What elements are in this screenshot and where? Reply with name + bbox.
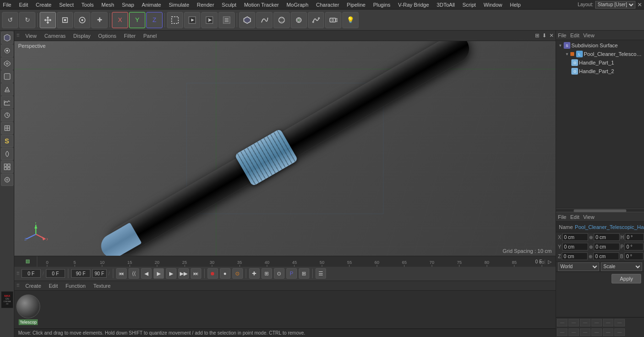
menu-3dtoall[interactable]: 3DToAll	[436, 2, 456, 8]
attr-icon-12[interactable]: —	[614, 328, 625, 336]
polygon-object-button[interactable]	[239, 12, 255, 28]
menu-create[interactable]: Create	[35, 2, 53, 8]
axis-y-button[interactable]: Y	[129, 12, 145, 28]
coord-y-pos[interactable]	[562, 243, 588, 250]
world-dropdown[interactable]: World Object	[558, 262, 599, 271]
timeline-options-2[interactable]: ⊞	[262, 268, 272, 279]
menu-mograph[interactable]: MoGraph	[285, 2, 309, 8]
menu-motion-tracker[interactable]: Motion Tracker	[243, 2, 280, 8]
next-frame-button[interactable]: ▶	[166, 268, 176, 279]
coord-p-val[interactable]	[624, 243, 644, 250]
undo-button[interactable]: ↺	[2, 12, 18, 28]
obj-item-subdivision[interactable]: ▼ S Subdivision Surface	[556, 41, 644, 50]
timeline-options-5[interactable]: ⊞	[299, 268, 309, 279]
attr-icon-8[interactable]: —	[568, 328, 579, 336]
auto-key-button[interactable]: ●	[220, 268, 230, 279]
attr-icon-7[interactable]: —	[557, 328, 568, 336]
menu-sculpt[interactable]: Sculpt	[221, 2, 238, 8]
timeline-options-6[interactable]: ☰	[316, 268, 326, 279]
viewport-tab-panel[interactable]: Panel	[142, 33, 159, 39]
sidebar-btn-11[interactable]	[1, 174, 13, 186]
nurbs-button[interactable]	[273, 12, 290, 28]
viewport-3d[interactable]: Perspective Grid Spacing : 10 cm X Y	[14, 41, 556, 256]
viewport-close-icon[interactable]: ✕	[549, 33, 554, 39]
menu-plugins[interactable]: Plugins	[372, 2, 391, 8]
timeline-options-1[interactable]: ✚	[249, 268, 260, 279]
render-region-button[interactable]	[167, 12, 183, 28]
viewport-tab-display[interactable]: Display	[71, 33, 92, 39]
attr-icon-6[interactable]: —	[614, 319, 625, 326]
current-frame-input[interactable]	[22, 269, 41, 278]
record-button[interactable]: ⏺	[207, 268, 218, 279]
generator-button[interactable]	[291, 12, 307, 28]
attr-icon-2[interactable]: —	[568, 319, 579, 326]
go-to-start-button[interactable]: ⏮	[116, 268, 127, 279]
sidebar-btn-2[interactable]	[1, 44, 13, 57]
menu-snap[interactable]: Snap	[121, 2, 135, 8]
coord-h-val[interactable]	[625, 233, 644, 241]
material-tab-texture[interactable]: Texture	[91, 283, 112, 289]
viewport-minimize-icon[interactable]: ⬇	[542, 33, 546, 39]
layout-dropdown[interactable]: Startup [User]	[595, 1, 635, 9]
obj-expand-pool-cleaner[interactable]: ▼	[565, 52, 569, 56]
rotate-tool-button[interactable]	[74, 12, 90, 28]
sidebar-btn-9[interactable]	[1, 148, 13, 160]
end-frame-field[interactable]	[71, 269, 90, 278]
menu-simulate[interactable]: Simulate	[168, 2, 190, 8]
attr-icon-10[interactable]: —	[591, 328, 602, 336]
obj-item-handle-1[interactable]: ⊙ Handle_Part_1	[556, 58, 644, 67]
attr-icon-9[interactable]: —	[580, 328, 590, 336]
sidebar-btn-1[interactable]	[1, 32, 13, 44]
menu-file[interactable]: File	[2, 2, 12, 8]
menu-script[interactable]: Script	[461, 2, 477, 8]
attr-icon-3[interactable]: —	[580, 319, 590, 326]
menu-animate[interactable]: Animate	[141, 2, 162, 8]
sidebar-btn-10[interactable]	[1, 161, 13, 173]
material-tab-create[interactable]: Create	[23, 283, 43, 289]
viewport-tab-filter[interactable]: Filter	[122, 33, 137, 39]
menu-help[interactable]: Help	[509, 2, 522, 8]
obj-menu-file[interactable]: File	[558, 33, 567, 38]
obj-item-pool-cleaner[interactable]: ▼ L Pool_Cleaner_Telescopic_Handle	[556, 50, 644, 58]
attr-menu-view[interactable]: View	[583, 214, 595, 220]
scale-tool-button[interactable]	[57, 12, 73, 28]
menu-edit[interactable]: Edit	[18, 2, 29, 8]
menu-character[interactable]: Character	[315, 2, 340, 8]
render-picture-viewer-button[interactable]	[184, 12, 200, 28]
apply-button[interactable]: Apply	[611, 274, 641, 283]
attr-icon-1[interactable]: —	[557, 319, 568, 326]
play-button[interactable]: ▶	[153, 268, 164, 279]
render-settings-button[interactable]	[218, 12, 235, 28]
sidebar-btn-5[interactable]	[1, 83, 13, 96]
deformer-button[interactable]	[308, 12, 324, 28]
coord-x-pos2[interactable]	[594, 233, 620, 241]
prev-frame-button[interactable]: ◀	[141, 268, 152, 279]
timeline-options-4[interactable]: P	[286, 268, 297, 279]
move-tool-button[interactable]	[40, 12, 56, 28]
viewport-tab-view[interactable]: View	[23, 33, 39, 39]
viewport-tab-options[interactable]: Options	[96, 33, 118, 39]
obj-scrollbar-thumb[interactable]	[574, 209, 626, 212]
obj-item-handle-2[interactable]: ⊙ Handle_Part_2	[556, 67, 644, 76]
coord-y-pos2[interactable]	[594, 243, 620, 250]
obj-menu-edit[interactable]: Edit	[570, 33, 579, 38]
sidebar-btn-6[interactable]	[1, 96, 13, 109]
coord-x-pos[interactable]	[562, 233, 588, 241]
sidebar-btn-3[interactable]	[1, 57, 13, 70]
coord-z-pos[interactable]	[562, 252, 588, 260]
obj-expand-subdivision[interactable]: ▼	[558, 43, 563, 48]
timeline-options-3[interactable]: ⊙	[274, 268, 284, 279]
redo-button[interactable]: ↻	[19, 12, 35, 28]
attr-icon-11[interactable]: —	[603, 328, 613, 336]
camera-button[interactable]	[325, 12, 341, 28]
scale-dropdown[interactable]: Scale	[601, 262, 642, 271]
render-button[interactable]	[201, 12, 218, 28]
layout-close-icon[interactable]: ✕	[637, 1, 642, 8]
step-forward-button[interactable]: ▶▶	[178, 268, 189, 279]
menu-vray-bridge[interactable]: V-Ray Bridge	[397, 2, 430, 8]
menu-window[interactable]: Window	[482, 2, 503, 8]
menu-render[interactable]: Render	[196, 2, 215, 8]
sidebar-btn-8[interactable]	[1, 122, 13, 134]
attr-icon-5[interactable]: —	[603, 319, 613, 326]
obj-scrollbar-h[interactable]	[556, 208, 644, 212]
